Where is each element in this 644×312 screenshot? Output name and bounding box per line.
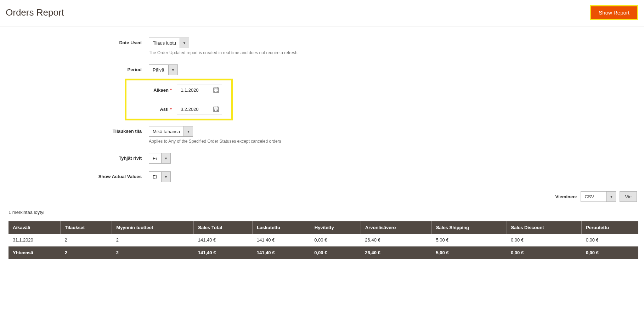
svg-rect-16 xyxy=(217,109,218,109)
table-cell: 0,00 € xyxy=(507,246,582,259)
page-header: Orders Report Show Report xyxy=(0,0,644,27)
export-button[interactable]: Vie xyxy=(620,191,637,202)
table-row: 31.1.202022141,40 €141,40 €0,00 €26,40 €… xyxy=(9,234,638,246)
table-cell: 26,40 € xyxy=(361,246,431,259)
chevron-down-icon: ▼ xyxy=(183,126,193,136)
table-cell: 26,40 € xyxy=(361,234,431,246)
empty-rows-value: Ei xyxy=(149,153,161,163)
table-header: Laskutettu xyxy=(253,221,310,234)
export-label: Vieminen: xyxy=(555,194,577,199)
date-used-value: Tilaus luotu xyxy=(149,38,180,48)
table-cell: 141,40 € xyxy=(194,234,253,246)
show-report-button[interactable]: Show Report xyxy=(591,6,637,19)
table-header: Peruutettu xyxy=(582,221,638,234)
svg-rect-18 xyxy=(216,110,216,111)
empty-rows-select[interactable]: Ei ▼ xyxy=(149,153,171,164)
actual-values-value: Ei xyxy=(149,172,161,182)
chevron-down-icon: ▼ xyxy=(168,65,177,75)
svg-rect-19 xyxy=(217,110,218,111)
table-header: Sales Total xyxy=(194,221,253,234)
chevron-down-icon: ▼ xyxy=(606,192,616,202)
export-format-select[interactable]: CSV ▼ xyxy=(581,191,616,202)
actual-values-label: Show Actual Values xyxy=(7,171,149,179)
svg-rect-13 xyxy=(217,107,218,108)
svg-rect-15 xyxy=(216,109,216,109)
actual-values-select[interactable]: Ei ▼ xyxy=(149,171,171,182)
calendar-icon[interactable] xyxy=(213,106,219,112)
table-header: Sales Discount xyxy=(507,221,582,234)
period-select[interactable]: Päivä ▼ xyxy=(149,64,178,75)
svg-rect-6 xyxy=(217,90,218,90)
table-header: Hyvitetty xyxy=(310,221,361,234)
table-total-row: Yhteensä22141,40 €141,40 €0,00 €26,40 €5… xyxy=(9,246,638,259)
order-status-note: Applies to Any of the Specified Order St… xyxy=(149,139,637,144)
table-cell: 31.1.2020 xyxy=(9,234,61,246)
table-cell: 2 xyxy=(112,234,194,246)
date-used-note: The Order Updated report is created in r… xyxy=(149,50,637,55)
table-cell: 2 xyxy=(61,246,112,259)
report-table: AikaväliTilauksetMyynnin tuotteetSales T… xyxy=(9,221,638,259)
to-label: Asti* xyxy=(151,107,172,112)
table-cell: 141,40 € xyxy=(194,246,253,259)
table-cell: 141,40 € xyxy=(253,246,310,259)
filters-form: Date Used Tilaus luotu ▼ The Order Updat… xyxy=(0,27,644,189)
period-value: Päivä xyxy=(149,65,168,75)
svg-rect-3 xyxy=(217,87,218,89)
table-cell: Yhteensä xyxy=(9,246,61,259)
table-cell: 2 xyxy=(112,246,194,259)
svg-rect-4 xyxy=(214,90,215,90)
table-cell: 2 xyxy=(61,234,112,246)
table-cell: 0,00 € xyxy=(507,234,582,246)
from-date-input[interactable] xyxy=(177,85,222,95)
export-format-value: CSV xyxy=(581,192,606,202)
table-header: Myynnin tuotteet xyxy=(112,221,194,234)
table-cell: 0,00 € xyxy=(582,234,638,246)
table-header: Tilaukset xyxy=(61,221,112,234)
date-used-select[interactable]: Tilaus luotu ▼ xyxy=(149,38,189,48)
from-label: Alkaen* xyxy=(151,87,172,93)
svg-rect-9 xyxy=(217,91,218,92)
svg-rect-12 xyxy=(215,107,215,108)
chevron-down-icon: ▼ xyxy=(161,153,170,163)
table-cell: 0,00 € xyxy=(310,246,361,259)
svg-rect-17 xyxy=(214,110,215,111)
date-range-highlight: Alkaen* Asti* xyxy=(125,79,233,120)
table-header: Arvonlisävero xyxy=(361,221,431,234)
table-header: Aikaväli xyxy=(9,221,61,234)
svg-rect-5 xyxy=(216,90,216,90)
records-found: 1 merkintää löytyi xyxy=(0,202,644,219)
order-status-select[interactable]: Mikä tahansa ▼ xyxy=(149,126,193,137)
svg-rect-2 xyxy=(215,87,215,89)
svg-rect-14 xyxy=(214,109,215,109)
table-cell: 5,00 € xyxy=(431,246,507,259)
table-header: Sales Shipping xyxy=(431,221,507,234)
to-date-field[interactable] xyxy=(180,106,208,112)
to-date-input[interactable] xyxy=(177,104,222,114)
date-used-label: Date Used xyxy=(7,38,149,45)
export-bar: Vieminen: CSV ▼ Vie xyxy=(0,189,644,202)
page-title: Orders Report xyxy=(6,7,64,18)
calendar-icon[interactable] xyxy=(213,87,219,93)
order-status-value: Mikä tahansa xyxy=(149,126,183,136)
table-cell: 0,00 € xyxy=(582,246,638,259)
chevron-down-icon: ▼ xyxy=(161,172,170,182)
from-date-field[interactable] xyxy=(180,87,208,93)
chevron-down-icon: ▼ xyxy=(180,38,189,48)
table-cell: 5,00 € xyxy=(431,234,507,246)
svg-rect-8 xyxy=(216,91,216,92)
empty-rows-label: Tyhjät rivit xyxy=(7,153,149,161)
order-status-label: Tilauksen tila xyxy=(7,126,149,134)
table-cell: 141,40 € xyxy=(253,234,310,246)
svg-rect-7 xyxy=(214,91,215,92)
period-label: Period xyxy=(7,64,149,72)
table-cell: 0,00 € xyxy=(310,234,361,246)
